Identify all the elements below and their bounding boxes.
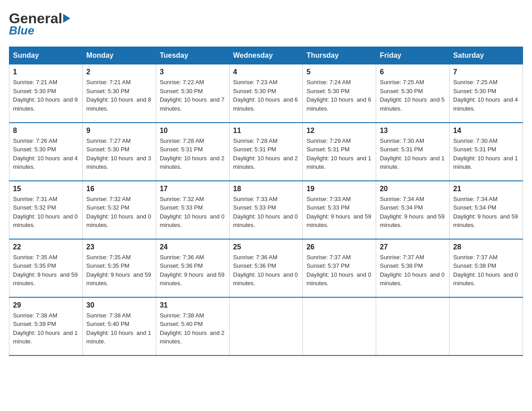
day-info: Sunrise: 7:31 AMSunset: 5:32 PMDaylight:… — [13, 195, 79, 230]
logo: General Blue — [9, 9, 71, 38]
calendar-cell: 10 Sunrise: 7:28 AMSunset: 5:31 PMDaylig… — [156, 123, 229, 181]
day-info: Sunrise: 7:27 AMSunset: 5:30 PMDaylight:… — [86, 137, 152, 171]
day-number: 16 — [86, 185, 152, 193]
calendar-cell: 7 Sunrise: 7:25 AMSunset: 5:30 PMDayligh… — [450, 64, 523, 123]
calendar-cell: 16 Sunrise: 7:32 AMSunset: 5:32 PMDaylig… — [82, 181, 156, 239]
calendar-cell: 18 Sunrise: 7:33 AMSunset: 5:33 PMDaylig… — [229, 181, 303, 239]
day-info: Sunrise: 7:28 AMSunset: 5:31 PMDaylight:… — [233, 137, 299, 171]
day-number: 23 — [86, 243, 152, 251]
day-info: Sunrise: 7:24 AMSunset: 5:30 PMDaylight:… — [306, 78, 372, 113]
calendar-cell: 15 Sunrise: 7:31 AMSunset: 5:32 PMDaylig… — [9, 181, 83, 239]
calendar-cell: 23 Sunrise: 7:35 AMSunset: 5:35 PMDaylig… — [82, 239, 156, 297]
calendar-week-row: 8 Sunrise: 7:26 AMSunset: 5:30 PMDayligh… — [9, 123, 523, 181]
day-number: 10 — [160, 127, 226, 135]
calendar-cell — [229, 297, 303, 355]
day-number: 12 — [306, 127, 372, 135]
day-number: 22 — [13, 243, 79, 251]
calendar-cell: 25 Sunrise: 7:36 AMSunset: 5:36 PMDaylig… — [229, 239, 303, 297]
day-number: 8 — [13, 127, 79, 135]
calendar-cell: 3 Sunrise: 7:22 AMSunset: 5:30 PMDayligh… — [156, 64, 229, 123]
calendar-week-row: 15 Sunrise: 7:31 AMSunset: 5:32 PMDaylig… — [9, 181, 523, 239]
day-number: 2 — [86, 68, 152, 76]
calendar-cell: 5 Sunrise: 7:24 AMSunset: 5:30 PMDayligh… — [303, 64, 376, 123]
day-number: 31 — [160, 301, 226, 309]
day-number: 20 — [380, 185, 446, 193]
calendar-cell: 8 Sunrise: 7:26 AMSunset: 5:30 PMDayligh… — [9, 123, 83, 181]
day-info: Sunrise: 7:37 AMSunset: 5:38 PMDaylight:… — [380, 253, 446, 288]
calendar-cell: 26 Sunrise: 7:37 AMSunset: 5:37 PMDaylig… — [303, 239, 376, 297]
day-number: 17 — [160, 185, 226, 193]
day-number: 3 — [160, 68, 226, 76]
calendar-cell: 21 Sunrise: 7:34 AMSunset: 5:34 PMDaylig… — [450, 181, 523, 239]
day-info: Sunrise: 7:34 AMSunset: 5:34 PMDaylight:… — [453, 195, 519, 230]
calendar-cell — [376, 297, 450, 355]
day-number: 26 — [306, 243, 372, 251]
calendar-cell: 11 Sunrise: 7:28 AMSunset: 5:31 PMDaylig… — [229, 123, 303, 181]
day-info: Sunrise: 7:36 AMSunset: 5:36 PMDaylight:… — [233, 253, 299, 288]
calendar-cell: 12 Sunrise: 7:29 AMSunset: 5:31 PMDaylig… — [303, 123, 376, 181]
day-info: Sunrise: 7:37 AMSunset: 5:38 PMDaylight:… — [453, 253, 519, 288]
calendar-cell: 2 Sunrise: 7:21 AMSunset: 5:30 PMDayligh… — [82, 64, 156, 123]
day-info: Sunrise: 7:21 AMSunset: 5:30 PMDaylight:… — [13, 78, 79, 113]
calendar-cell — [450, 297, 523, 355]
day-number: 27 — [380, 243, 446, 251]
day-info: Sunrise: 7:28 AMSunset: 5:31 PMDaylight:… — [160, 137, 226, 171]
calendar-cell: 13 Sunrise: 7:30 AMSunset: 5:31 PMDaylig… — [376, 123, 450, 181]
day-info: Sunrise: 7:30 AMSunset: 5:31 PMDaylight:… — [453, 137, 519, 171]
day-number: 11 — [233, 127, 299, 135]
calendar-table: SundayMondayTuesdayWednesdayThursdayFrid… — [9, 47, 523, 356]
day-info: Sunrise: 7:32 AMSunset: 5:32 PMDaylight:… — [86, 195, 152, 230]
day-info: Sunrise: 7:34 AMSunset: 5:34 PMDaylight:… — [380, 195, 446, 230]
calendar-cell — [303, 297, 376, 355]
day-info: Sunrise: 7:23 AMSunset: 5:30 PMDaylight:… — [233, 78, 299, 113]
calendar-cell: 6 Sunrise: 7:25 AMSunset: 5:30 PMDayligh… — [376, 64, 450, 123]
calendar-cell: 4 Sunrise: 7:23 AMSunset: 5:30 PMDayligh… — [229, 64, 303, 123]
day-number: 19 — [306, 185, 372, 193]
day-number: 4 — [233, 68, 299, 76]
calendar-cell: 27 Sunrise: 7:37 AMSunset: 5:38 PMDaylig… — [376, 239, 450, 297]
day-number: 18 — [233, 185, 299, 193]
calendar-cell: 9 Sunrise: 7:27 AMSunset: 5:30 PMDayligh… — [82, 123, 156, 181]
header-wednesday: Wednesday — [229, 47, 303, 64]
day-info: Sunrise: 7:33 AMSunset: 5:33 PMDaylight:… — [233, 195, 299, 230]
day-info: Sunrise: 7:25 AMSunset: 5:30 PMDaylight:… — [380, 78, 446, 113]
day-number: 30 — [86, 301, 152, 309]
day-number: 15 — [13, 185, 79, 193]
header-thursday: Thursday — [303, 47, 376, 64]
calendar-cell: 29 Sunrise: 7:38 AMSunset: 5:39 PMDaylig… — [9, 297, 83, 355]
day-number: 28 — [453, 243, 519, 251]
day-number: 13 — [380, 127, 446, 135]
day-info: Sunrise: 7:38 AMSunset: 5:39 PMDaylight:… — [13, 311, 79, 346]
day-info: Sunrise: 7:35 AMSunset: 5:35 PMDaylight:… — [13, 253, 79, 288]
calendar-cell: 24 Sunrise: 7:36 AMSunset: 5:36 PMDaylig… — [156, 239, 229, 297]
day-number: 9 — [86, 127, 152, 135]
day-info: Sunrise: 7:30 AMSunset: 5:31 PMDaylight:… — [380, 137, 446, 171]
day-info: Sunrise: 7:35 AMSunset: 5:35 PMDaylight:… — [86, 253, 152, 288]
calendar-cell: 31 Sunrise: 7:38 AMSunset: 5:40 PMDaylig… — [156, 297, 229, 355]
logo-arrow-icon — [63, 14, 70, 23]
calendar-header-row: SundayMondayTuesdayWednesdayThursdayFrid… — [9, 47, 523, 64]
calendar-cell: 22 Sunrise: 7:35 AMSunset: 5:35 PMDaylig… — [9, 239, 83, 297]
page-header: General Blue — [9, 9, 523, 38]
day-number: 25 — [233, 243, 299, 251]
calendar-cell: 30 Sunrise: 7:38 AMSunset: 5:40 PMDaylig… — [82, 297, 156, 355]
day-info: Sunrise: 7:36 AMSunset: 5:36 PMDaylight:… — [160, 253, 226, 288]
day-info: Sunrise: 7:38 AMSunset: 5:40 PMDaylight:… — [86, 311, 152, 346]
day-info: Sunrise: 7:37 AMSunset: 5:37 PMDaylight:… — [306, 253, 372, 288]
day-info: Sunrise: 7:32 AMSunset: 5:33 PMDaylight:… — [160, 195, 226, 230]
day-number: 21 — [453, 185, 519, 193]
header-tuesday: Tuesday — [156, 47, 229, 64]
day-number: 24 — [160, 243, 226, 251]
day-number: 7 — [453, 68, 519, 76]
day-info: Sunrise: 7:22 AMSunset: 5:30 PMDaylight:… — [160, 78, 226, 113]
day-number: 6 — [380, 68, 446, 76]
calendar-cell: 20 Sunrise: 7:34 AMSunset: 5:34 PMDaylig… — [376, 181, 450, 239]
calendar-cell: 19 Sunrise: 7:33 AMSunset: 5:33 PMDaylig… — [303, 181, 376, 239]
day-number: 5 — [306, 68, 372, 76]
calendar-cell: 1 Sunrise: 7:21 AMSunset: 5:30 PMDayligh… — [9, 64, 83, 123]
day-info: Sunrise: 7:26 AMSunset: 5:30 PMDaylight:… — [13, 137, 79, 171]
day-info: Sunrise: 7:25 AMSunset: 5:30 PMDaylight:… — [453, 78, 519, 113]
day-info: Sunrise: 7:21 AMSunset: 5:30 PMDaylight:… — [86, 78, 152, 113]
calendar-week-row: 1 Sunrise: 7:21 AMSunset: 5:30 PMDayligh… — [9, 64, 523, 123]
header-sunday: Sunday — [9, 47, 83, 64]
